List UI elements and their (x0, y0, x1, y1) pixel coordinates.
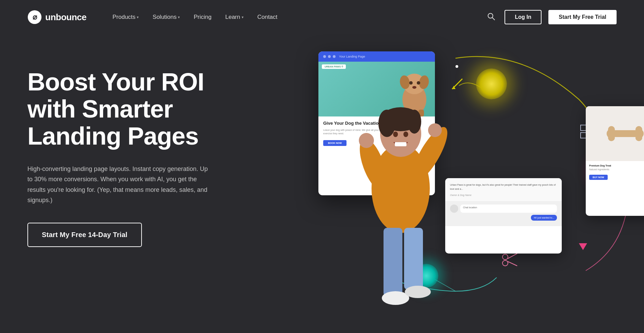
svg-line-10 (508, 261, 517, 266)
svg-point-45 (608, 134, 615, 141)
svg-point-18 (359, 133, 374, 148)
svg-rect-25 (384, 228, 402, 296)
navbar: ⌀ unbounce Products ▾ Solutions ▾ Pricin… (0, 0, 644, 34)
svg-point-7 (502, 254, 508, 260)
hero-visual: Your Landing Page URBAN PAWS ® (298, 34, 644, 332)
trial-button-nav[interactable]: Start My Free Trial (548, 10, 617, 24)
svg-point-44 (608, 126, 615, 133)
card-dot (323, 55, 326, 58)
svg-point-29 (393, 132, 398, 137)
chevron-down-icon: ▾ (242, 15, 244, 20)
unbounce-logo-icon: ⌀ (27, 10, 42, 24)
hero-title: Boost Your ROI with Smarter Landing Page… (27, 69, 240, 150)
svg-point-23 (378, 110, 396, 137)
svg-rect-13 (581, 133, 586, 138)
hero-content: Boost Your ROI with Smarter Landing Page… (27, 55, 240, 247)
svg-point-24 (408, 110, 421, 134)
svg-text:⌀: ⌀ (33, 13, 37, 21)
person-figure (332, 34, 469, 308)
chevron-down-icon: ▾ (178, 15, 180, 20)
svg-rect-31 (395, 142, 406, 146)
login-button[interactable]: Log In (505, 10, 542, 24)
mockup-card-product: Premium Dog Treat Natural ingredients BU… (586, 106, 644, 216)
hero-subtitle: High-converting landing page layouts. In… (27, 164, 212, 206)
nav-products[interactable]: Products ▾ (107, 10, 144, 24)
svg-rect-41 (613, 130, 637, 137)
nav-solutions[interactable]: Solutions ▾ (147, 10, 185, 24)
search-icon (487, 13, 495, 20)
nav-contact[interactable]: Contact (252, 10, 283, 24)
svg-point-28 (405, 286, 431, 298)
nav-learn[interactable]: Learn ▾ (220, 10, 249, 24)
svg-line-9 (508, 254, 517, 259)
svg-line-3 (493, 17, 495, 20)
search-button[interactable] (485, 10, 498, 25)
svg-point-46 (635, 126, 642, 133)
chevron-down-icon: ▾ (137, 15, 139, 20)
hero-cta-button[interactable]: Start My Free 14-Day Trial (27, 223, 142, 247)
svg-point-30 (403, 132, 408, 137)
nav-links: Products ▾ Solutions ▾ Pricing Learn ▾ C… (107, 10, 485, 24)
glow-yellow-orb (476, 69, 507, 99)
svg-rect-11 (581, 125, 586, 131)
svg-point-47 (635, 134, 642, 141)
svg-point-8 (502, 260, 508, 266)
nav-actions: Log In Start My Free Trial (485, 10, 617, 25)
logo-wordmark: unbounce (45, 12, 86, 23)
hero-section: Boost Your ROI with Smarter Landing Page… (0, 34, 644, 332)
nav-pricing[interactable]: Pricing (188, 10, 217, 24)
logo[interactable]: ⌀ unbounce (27, 10, 86, 24)
card-dot (328, 55, 331, 58)
triangle-decoration (579, 243, 587, 250)
svg-point-19 (428, 123, 442, 137)
svg-rect-26 (404, 228, 423, 289)
